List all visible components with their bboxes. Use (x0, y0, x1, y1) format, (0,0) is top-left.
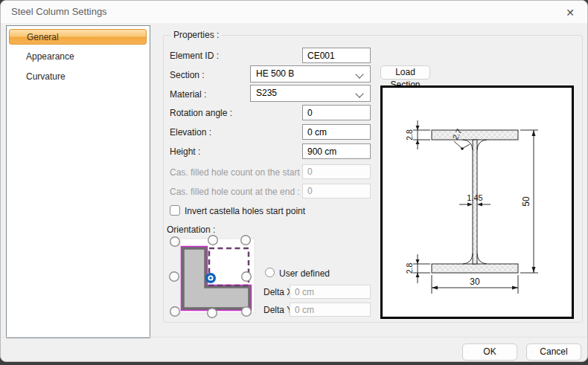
dim-text-width: 30 (470, 277, 480, 287)
dim-text-web: 1.45 (467, 193, 482, 202)
sidebar-item-appearance[interactable]: Appearance (9, 49, 147, 65)
section-drawing: 2.8 2.8 50 30 (383, 88, 572, 317)
material-select-value: S235 (256, 88, 277, 98)
chevron-down-icon (355, 70, 363, 78)
cas-hole-start-input (302, 164, 371, 179)
dim-arrow (467, 203, 473, 207)
dim-text-flange-bottom: 2.8 (405, 263, 414, 274)
section-label: Section : (170, 70, 205, 80)
sidebar-item-label: General (27, 32, 59, 42)
user-defined-label: User defined (279, 268, 330, 279)
dim-arrow (532, 130, 536, 136)
dim-arrow (416, 273, 420, 277)
section-select[interactable]: HE 500 B (250, 65, 371, 83)
bottom-flange (432, 264, 518, 273)
sidebar-item-label: Appearance (26, 51, 74, 62)
cas-hole-start-label: Cas. filled hole count on the start : (170, 167, 304, 178)
elevation-label: Elevation : (170, 127, 211, 138)
top-flange (432, 130, 518, 140)
steel-column-settings-dialog: Steel Column Settings ✕ General Appearan… (0, 0, 588, 362)
orientation-radio-bottom-left[interactable] (170, 307, 180, 317)
section-select-value: HE 500 B (256, 68, 294, 79)
orientation-radio-bottom-right[interactable] (242, 307, 252, 317)
close-icon: ✕ (566, 7, 575, 19)
orientation-radio-top-left[interactable] (170, 237, 180, 247)
footer-separator (1, 337, 587, 337)
section-preview-panel: 2.8 2.8 50 30 (380, 85, 574, 319)
ok-button[interactable]: OK (462, 343, 517, 361)
dim-arrow (416, 259, 420, 264)
page-title: Steel Column Settings (11, 6, 107, 17)
properties-group-label: Properties : (170, 30, 222, 40)
user-defined-radio[interactable] (265, 268, 275, 277)
orientation-anchor-widget (167, 233, 257, 320)
close-button[interactable]: ✕ (562, 4, 578, 21)
invert-castella-checkbox[interactable] (170, 205, 180, 216)
material-select[interactable]: S235 (250, 85, 371, 102)
dim-arrow (416, 126, 420, 130)
fillet-curve (463, 253, 473, 264)
title-bar: Steel Column Settings ✕ (1, 1, 587, 23)
category-list: General Appearance Curvature (6, 25, 150, 338)
cas-hole-end-label: Cas. filled hole count at the end : (170, 187, 300, 197)
dim-leader-dot (461, 147, 464, 150)
sidebar-item-label: Curvature (26, 71, 65, 82)
height-label: Height : (170, 146, 200, 157)
fillet-curve (477, 140, 487, 150)
cancel-button[interactable]: Cancel (526, 343, 581, 361)
dim-text-flange-top: 2.8 (405, 129, 414, 140)
element-id-label: Element ID : (170, 51, 219, 61)
orientation-radio-middle-right[interactable] (242, 272, 252, 282)
cas-hole-end-input (302, 184, 371, 198)
material-label: Material : (170, 89, 206, 100)
dim-arrow (432, 286, 438, 290)
dim-flange-top (413, 120, 430, 149)
dim-text-height: 50 (521, 196, 531, 207)
dim-arrow (416, 140, 420, 144)
orientation-radio-bottom-center[interactable] (208, 309, 217, 318)
elevation-input[interactable] (302, 124, 371, 140)
dim-leader (454, 141, 462, 149)
rotation-angle-input[interactable] (302, 105, 371, 120)
invert-castella-label: Invert castella holes start point (185, 206, 305, 216)
delta-x-input (290, 285, 371, 299)
sidebar-item-general[interactable]: General (9, 29, 147, 45)
dim-arrow (532, 267, 536, 273)
orientation-radio-top-right[interactable] (241, 236, 251, 245)
orientation-radio-middle-left[interactable] (170, 272, 179, 282)
dim-arrow (477, 203, 482, 207)
dim-flange-bottom (413, 254, 430, 283)
dim-arrow (512, 286, 518, 290)
orientation-radio-top-center[interactable] (208, 236, 218, 245)
height-input[interactable] (302, 143, 371, 159)
sidebar-item-curvature[interactable]: Curvature (9, 69, 147, 85)
chevron-down-icon (355, 89, 363, 97)
rotation-angle-label: Rotation angle : (170, 108, 232, 118)
load-section-button[interactable]: Load Section (380, 65, 430, 80)
element-id-input[interactable] (302, 48, 371, 63)
fillet-curve (477, 253, 487, 264)
orientation-radio-center-selected[interactable] (205, 273, 216, 283)
delta-y-input (290, 303, 371, 317)
